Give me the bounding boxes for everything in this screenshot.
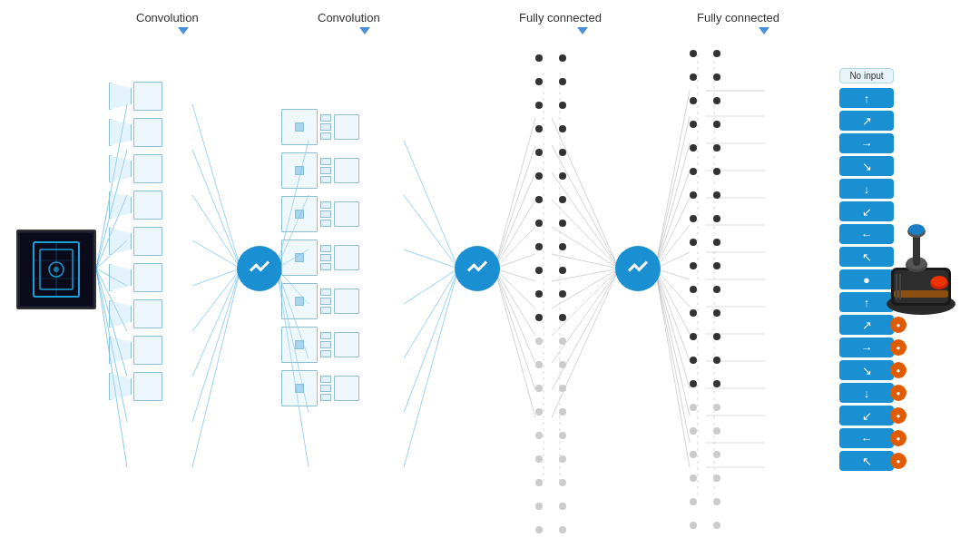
svg-line-38 — [495, 269, 535, 281]
svg-rect-108 — [894, 290, 948, 298]
fire-indicator-6: ● — [890, 385, 906, 401]
svg-line-11 — [192, 195, 240, 269]
svg-line-32 — [495, 118, 535, 269]
fc2-nodes — [690, 50, 720, 538]
svg-line-31 — [404, 269, 458, 467]
svg-line-15 — [192, 269, 240, 377]
svg-line-43 — [495, 269, 535, 417]
action-down-fire[interactable]: ↓ ● — [839, 383, 894, 403]
action-right-fire[interactable]: → ● — [839, 337, 894, 357]
conv1-arrow — [178, 27, 189, 34]
activation-circle-2 — [455, 246, 500, 291]
activation-circle-1 — [237, 246, 282, 291]
svg-line-56 — [655, 91, 690, 269]
svg-line-17 — [192, 269, 240, 467]
action-left-fire[interactable]: ← ● — [839, 428, 894, 448]
svg-point-95 — [54, 267, 59, 272]
fire-indicator-5: ● — [890, 362, 906, 378]
main-container: Convolution Convolution Fully connected … — [0, 0, 980, 538]
fc1-arrow — [577, 27, 588, 34]
action-down-right[interactable]: ↘ — [839, 156, 894, 176]
fc2-label: Fully connected — [697, 11, 779, 24]
svg-line-27 — [404, 249, 458, 269]
action-upleft-fire[interactable]: ↖ ● — [839, 451, 894, 471]
svg-line-9 — [192, 104, 240, 269]
joystick — [880, 218, 962, 321]
svg-line-30 — [404, 269, 458, 413]
svg-line-12 — [192, 240, 240, 269]
svg-line-10 — [192, 150, 240, 269]
svg-line-64 — [655, 269, 690, 307]
no-input-badge: No input — [839, 68, 894, 83]
conv1-filters — [109, 0, 162, 401]
svg-line-14 — [192, 269, 240, 331]
svg-line-66 — [655, 269, 690, 361]
svg-line-41 — [495, 269, 535, 363]
svg-line-68 — [655, 269, 690, 416]
svg-line-35 — [495, 200, 535, 269]
fc2-arrow — [759, 27, 769, 34]
conv2-filters — [281, 0, 359, 406]
svg-line-16 — [192, 269, 240, 422]
svg-point-102 — [931, 276, 947, 287]
input-image — [16, 230, 96, 309]
fc1-nodes — [535, 54, 566, 538]
conv2-arrow — [359, 27, 370, 34]
svg-line-65 — [655, 269, 690, 334]
svg-line-33 — [495, 145, 535, 269]
fire-indicator-9: ● — [890, 453, 906, 469]
svg-line-39 — [495, 269, 535, 308]
svg-line-40 — [495, 269, 535, 336]
action-up[interactable]: ↑ — [839, 88, 894, 108]
svg-line-61 — [655, 225, 690, 269]
fire-indicator-8: ● — [890, 430, 906, 446]
svg-line-60 — [655, 198, 690, 269]
fire-indicator-7: ● — [890, 407, 906, 424]
svg-line-42 — [495, 269, 535, 390]
svg-line-59 — [655, 171, 690, 269]
svg-line-70 — [655, 269, 690, 467]
svg-line-25 — [404, 141, 458, 269]
svg-line-37 — [495, 254, 535, 269]
activation-circle-3 — [615, 246, 661, 291]
svg-point-107 — [908, 224, 925, 235]
action-downright-fire[interactable]: ↘ ● — [839, 360, 894, 380]
action-up-right[interactable]: ↗ — [839, 111, 894, 131]
action-downleft-fire[interactable]: ↙ ● — [839, 406, 894, 426]
fc1-label: Fully connected — [519, 11, 602, 24]
svg-line-34 — [495, 172, 535, 269]
svg-line-28 — [404, 269, 458, 304]
action-right[interactable]: → — [839, 133, 894, 153]
svg-line-29 — [404, 269, 458, 358]
action-down[interactable]: ↓ — [839, 179, 894, 199]
svg-line-13 — [192, 269, 240, 286]
svg-line-69 — [655, 269, 690, 443]
svg-line-67 — [655, 269, 690, 388]
svg-line-57 — [655, 116, 690, 269]
svg-line-26 — [404, 195, 458, 269]
fire-indicator-4: ● — [890, 339, 906, 356]
svg-line-58 — [655, 143, 690, 269]
svg-line-36 — [495, 227, 535, 269]
